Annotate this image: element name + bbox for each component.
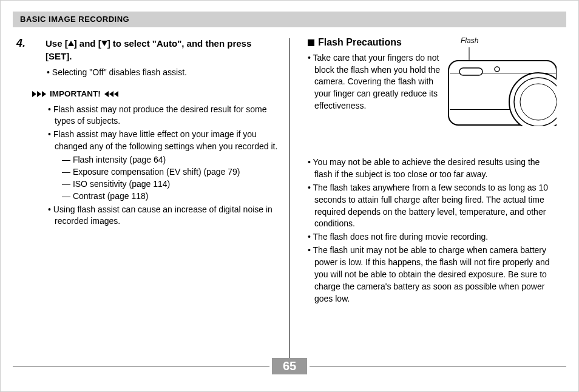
page-footer: 65 [13, 358, 566, 374]
off-note: • Selecting "Off" disables flash assist. [47, 67, 280, 79]
footer-rule-left [13, 366, 269, 367]
step-text-mid: ] and [ [74, 38, 101, 49]
step-4-heading: 4.Use [] and [] to select "Auto", and th… [31, 36, 280, 63]
svg-rect-4 [459, 68, 482, 75]
important-item-2: • Flash assist may have little effect on… [48, 129, 280, 153]
step-number: 4. [31, 36, 46, 50]
flash-precautions-list: • You may not be able to achieve the des… [308, 157, 557, 305]
section-header: BASIC IMAGE RECORDING [13, 12, 566, 27]
precaution-low-battery: • The flash unit may not be able to char… [308, 245, 557, 305]
page-number: 65 [272, 358, 307, 374]
important-heading: IMPORTANT! [32, 88, 280, 100]
setting-ev-shift: — Exposure compensation (EV shift) (page… [62, 166, 280, 178]
important-item-1: • Flash assist may not produce the desir… [48, 104, 280, 128]
svg-point-5 [495, 67, 499, 72]
camera-icon [447, 47, 557, 126]
right-column: Flash Precautions • Take care that your … [290, 36, 566, 345]
up-arrow-icon [68, 41, 74, 46]
flash-precautions-heading: Flash Precautions [308, 36, 441, 50]
square-bullet-icon [308, 39, 314, 46]
svg-point-8 [520, 84, 557, 120]
marker-right-icon [104, 91, 118, 97]
flash-precautions-label: Flash Precautions [318, 36, 402, 50]
setting-contrast: — Contrast (page 118) [62, 191, 280, 203]
flash-care-paragraph: • Take care that your fingers do not blo… [308, 52, 441, 112]
step-text-pre: Use [ [46, 38, 68, 49]
left-column: 4.Use [] and [] to select "Auto", and th… [13, 36, 290, 345]
down-arrow-icon [101, 41, 107, 46]
content-columns: 4.Use [] and [] to select "Auto", and th… [13, 36, 566, 345]
setting-flash-intensity: — Flash intensity (page 64) [62, 154, 280, 166]
column-divider [290, 38, 290, 361]
marker-left-icon [32, 91, 46, 97]
settings-list: — Flash intensity (page 64) — Exposure c… [55, 154, 280, 203]
important-list: • Flash assist may not produce the desir… [48, 104, 280, 228]
precaution-distance: • You may not be able to achieve the des… [308, 157, 557, 181]
setting-iso: — ISO sensitivity (page 114) [62, 178, 280, 191]
footer-rule-right [310, 366, 566, 367]
camera-illustration: Flash [447, 36, 557, 126]
flash-callout-label: Flash [461, 36, 557, 46]
precaution-movie: • The flash does not fire during movie r… [308, 231, 557, 243]
important-item-3: • Using flash assist can cause an increa… [48, 204, 280, 228]
important-label: IMPORTANT! [50, 88, 101, 100]
precaution-charge-time: • The flash takes anywhere from a few se… [308, 182, 557, 231]
